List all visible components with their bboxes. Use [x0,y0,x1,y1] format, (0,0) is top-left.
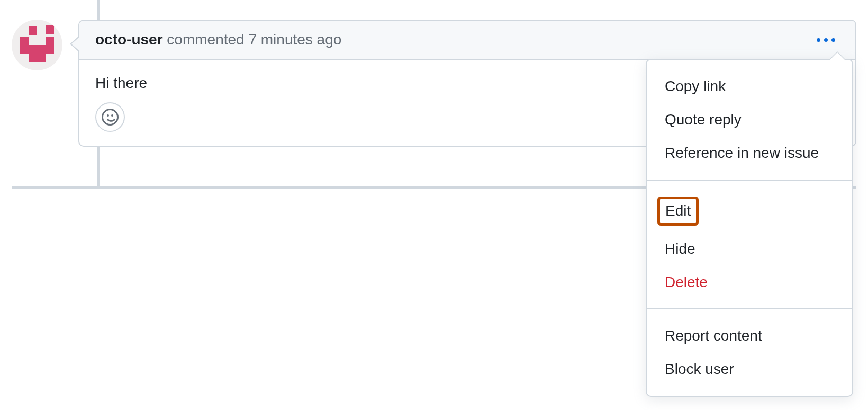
dropdown-section: Copy link Quote reply Reference in new i… [647,60,852,180]
comment-actions-dropdown: Copy link Quote reply Reference in new i… [646,59,853,397]
menu-item-report-content[interactable]: Report content [647,319,852,352]
author-link[interactable]: octo-user [95,31,163,48]
avatar[interactable] [12,20,62,70]
menu-item-hide[interactable]: Hide [647,232,852,265]
comment-header-text: octo-user commented 7 minutes ago [95,31,341,48]
identicon [12,20,62,70]
comment-box: octo-user commented 7 minutes ago Hi the… [78,20,856,147]
comment-header: octo-user commented 7 minutes ago [79,21,855,60]
dropdown-section: Report content Block user [647,308,852,395]
kebab-dot-icon [824,38,828,42]
dropdown-caret [830,52,845,60]
add-reaction-button[interactable] [95,102,125,132]
menu-item-block-user[interactable]: Block user [647,352,852,386]
menu-item-quote-reply[interactable]: Quote reply [647,103,852,136]
comment-caret [70,35,79,52]
menu-item-reference-issue[interactable]: Reference in new issue [647,136,852,170]
dropdown-section: Edit Hide Delete [647,180,852,309]
smiley-icon [102,109,119,126]
menu-item-copy-link[interactable]: Copy link [647,69,852,103]
menu-item-edit[interactable]: Edit [647,190,852,232]
kebab-dot-icon [817,38,820,42]
kebab-menu-button[interactable] [812,35,839,45]
highlight-outline: Edit [657,197,699,226]
menu-item-delete[interactable]: Delete [647,265,852,299]
comment-container: octo-user commented 7 minutes ago Hi the… [12,20,856,147]
comment-action: commented [167,31,244,48]
comment-timestamp[interactable]: 7 minutes ago [248,31,341,48]
kebab-dot-icon [831,38,835,42]
